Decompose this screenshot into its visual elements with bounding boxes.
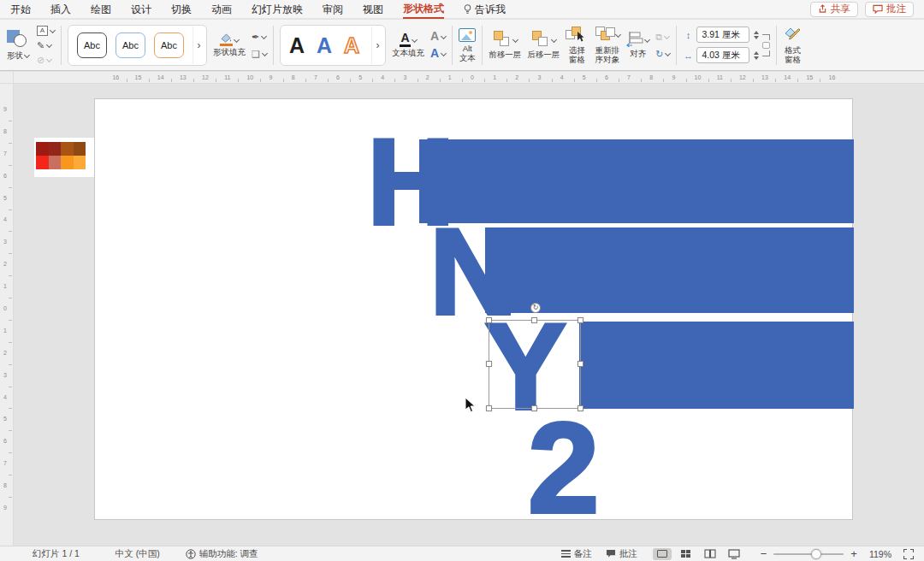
zoom-slider-thumb[interactable] <box>811 549 821 559</box>
tab-slideshow[interactable]: 幻灯片放映 <box>252 1 303 18</box>
text-outline-button[interactable]: A <box>430 31 446 43</box>
tab-review[interactable]: 审阅 <box>323 1 343 18</box>
shape-fill-button[interactable]: 形状填充 <box>213 33 246 57</box>
tab-shape-format[interactable]: 形状格式 <box>403 0 444 19</box>
width-stepper[interactable] <box>754 51 759 60</box>
shape-height-field[interactable]: 3.91 厘米 <box>696 27 749 43</box>
height-stepper[interactable] <box>754 31 759 39</box>
lock-aspect-ratio-control[interactable] <box>762 34 770 56</box>
ruler-tick <box>462 79 463 82</box>
selection-handle-s[interactable] <box>531 405 537 411</box>
selection-handle-se[interactable] <box>578 405 583 411</box>
selection-box[interactable] <box>489 320 581 409</box>
letter-2[interactable]: 2 <box>528 396 599 521</box>
ruler-tick <box>775 79 776 82</box>
normal-view-icon <box>657 550 667 558</box>
wordart-more-button[interactable]: › <box>371 27 383 64</box>
reorder-objects-button[interactable]: 重新排 序对象 <box>594 27 620 64</box>
text-box-button[interactable]: A <box>37 25 55 37</box>
selection-pane-button[interactable]: 选择 窗格 <box>566 27 588 64</box>
send-backward-label: 后移一层 <box>527 50 560 59</box>
alt-text-button[interactable]: Alt 文本 <box>459 28 476 62</box>
tab-tell-me[interactable]: 告诉我 <box>464 1 506 18</box>
shape-outline-button[interactable]: ✒ <box>252 31 267 43</box>
ruler-tick <box>641 79 642 82</box>
shape-styles-more-button[interactable]: › <box>192 27 204 64</box>
format-pane-icon <box>783 27 802 44</box>
accessibility-status[interactable]: 辅助功能: 调查 <box>186 548 258 560</box>
tab-insert[interactable]: 插入 <box>50 1 71 18</box>
chevron-down-icon <box>441 50 447 56</box>
shape-width-field[interactable]: 4.03 厘米 <box>696 47 749 63</box>
insert-shape-button[interactable]: 形状 <box>5 28 31 62</box>
rotate-objects-button[interactable]: ↻ <box>655 48 670 60</box>
ruler-tick <box>9 320 12 321</box>
edit-shape-button[interactable]: ✎ <box>37 39 55 51</box>
send-backward-button[interactable]: 后移一层 <box>527 31 560 59</box>
color-palette-image[interactable] <box>34 138 94 177</box>
language-indicator[interactable]: 中文 (中国) <box>116 548 160 560</box>
group-objects-button[interactable]: ⧉ <box>655 31 670 43</box>
divider <box>61 26 62 65</box>
selection-handle-w[interactable] <box>486 361 492 367</box>
zoom-level[interactable]: 119% <box>869 549 891 559</box>
notes-button[interactable]: 备注 <box>561 548 592 560</box>
text-effects-button[interactable]: A <box>430 48 446 60</box>
slide-canvas[interactable]: H N Y 2 <box>94 98 853 520</box>
rotation-handle[interactable]: ↻ <box>530 303 541 313</box>
ruler-number: 1 <box>493 74 496 80</box>
slideshow-view-button[interactable] <box>725 548 743 560</box>
ruler-tick <box>260 79 261 82</box>
shape-bar-y[interactable] <box>579 322 854 409</box>
tab-home[interactable]: 开始 <box>10 1 31 18</box>
shape-outline-icon: ✒ <box>252 32 259 42</box>
selection-handle-sw[interactable] <box>486 405 492 411</box>
chevron-down-icon <box>46 56 52 62</box>
zoom-out-button[interactable]: − <box>761 547 767 560</box>
shape-fill-icon <box>220 33 233 47</box>
ruler-tick <box>552 79 553 82</box>
statusbar-comments-button[interactable]: 批注 <box>606 548 637 560</box>
ruler-number: 4 <box>381 74 384 80</box>
chevron-down-icon <box>234 37 240 43</box>
ruler-number: 1 <box>448 74 452 80</box>
ruler-number: 13 <box>761 74 768 80</box>
tab-draw[interactable]: 绘图 <box>91 1 111 18</box>
format-pane-button[interactable]: 格式 窗格 <box>783 27 802 64</box>
tab-view[interactable]: 视图 <box>363 1 383 18</box>
selection-handle-nw[interactable] <box>486 317 492 323</box>
shape-style-2[interactable]: Abc <box>116 32 145 58</box>
wordart-style-2[interactable]: A <box>317 33 332 57</box>
ruler-tick <box>350 79 351 82</box>
ribbon: 形状 A ✎ ⊘ Abc Abc Abc › <box>0 20 924 71</box>
notes-page-view-button[interactable] <box>701 548 720 560</box>
fit-to-window-button[interactable] <box>903 549 914 559</box>
tab-design[interactable]: 设计 <box>131 1 151 18</box>
ruler-tick <box>596 79 597 82</box>
normal-view-button[interactable] <box>653 548 672 560</box>
text-fill-button[interactable]: A 文本填充 <box>392 32 424 58</box>
wordart-style-1[interactable]: A <box>289 33 305 57</box>
wordart-style-3[interactable]: A <box>344 33 359 57</box>
zoom-in-button[interactable]: + <box>850 547 857 560</box>
ruler-number: 13 <box>180 74 187 80</box>
notes-icon <box>561 548 571 558</box>
align-button[interactable]: 对齐 <box>626 32 649 58</box>
shape-style-1[interactable]: Abc <box>77 32 107 58</box>
zoom-slider[interactable] <box>773 553 844 555</box>
tab-animations[interactable]: 动画 <box>211 1 232 18</box>
tab-transitions[interactable]: 切换 <box>171 1 192 18</box>
shape-style-3[interactable]: Abc <box>154 32 184 58</box>
shapes-icon <box>7 30 29 49</box>
shape-effects-button[interactable]: ❑ <box>252 48 267 60</box>
slide-sorter-view-button[interactable] <box>677 548 696 560</box>
comments-button[interactable]: 批注 <box>865 2 914 17</box>
merge-shapes-button[interactable]: ⊘ <box>37 54 55 66</box>
selection-handle-ne[interactable] <box>578 317 583 323</box>
selection-handle-n[interactable] <box>531 317 537 323</box>
selection-handle-e[interactable] <box>578 361 583 367</box>
bring-forward-button[interactable]: 前移一层 <box>489 31 521 59</box>
ruler-tick <box>193 79 194 82</box>
ruler-number: 6 <box>3 173 7 179</box>
share-button[interactable]: 共享 <box>810 2 858 17</box>
